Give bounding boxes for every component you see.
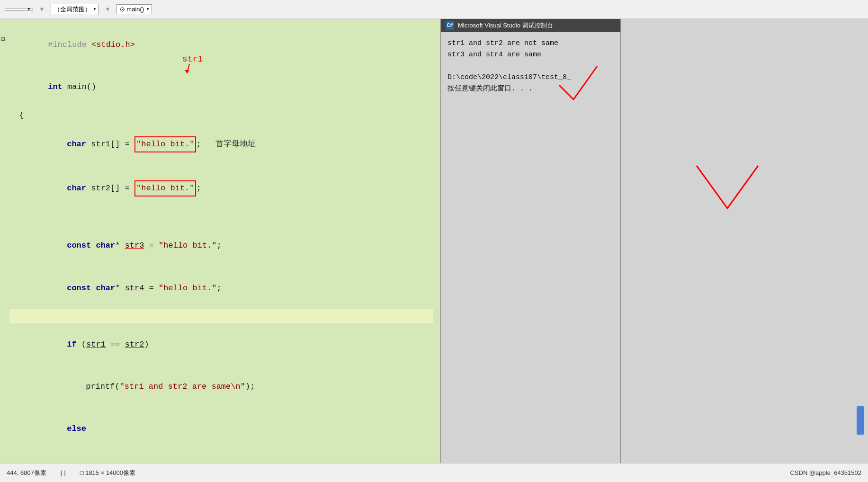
code-line-include: #include <stdio.h> [9,24,433,66]
vs-icon: C# [446,21,454,30]
code-editor[interactable]: ⊟ #include <stdio.h> int main() { char s… [0,19,443,463]
code-line-blank1 [9,211,433,225]
console-line-1: str1 and str2 are not same [447,38,614,49]
console-panel: C# Microsoft Visual Studio 调试控制台 str1 an… [440,19,620,463]
brand-label: CSDN @apple_64351502 [790,469,861,476]
code-line-str1: char str1[] = "hello bit."; 首字母地址 [9,122,433,166]
code-line-str4: const char* str4 = "hello bit."; [9,267,433,309]
brand-text: CSDN @apple_64351502 [790,469,861,476]
code-line-str3: const char* str3 = "hello bit."; [9,225,433,267]
toolbar-separator-2: ▼ [105,6,111,13]
scroll-indicator[interactable] [857,406,864,435]
selection-indicator: [ ] [61,469,66,476]
cursor-position: 444, 6807像素 [7,469,46,477]
scope-dropdown-2[interactable]: （全局范围） [51,4,99,15]
image-dimensions: □ 1815 × 14000像素 [80,469,135,477]
decorative-v-svg [692,152,768,218]
cursor-pos-text: 444, 6807像素 [7,469,46,477]
toolbar-separator: ▼ [39,6,45,13]
code-line-printf1: printf("str1 and str2 are same\n"); [9,366,433,408]
code-line-str2: char str2[] = "hello bit."; [9,167,433,211]
console-titlebar: C# Microsoft Visual Studio 调试控制台 [441,19,620,32]
right-decoration-area [620,19,868,463]
code-line-brace-open: { [9,108,433,123]
selection-icon: [ ] [61,469,66,476]
code-line-if1: if (str1 == str2) [9,323,433,366]
scope-dropdown-1[interactable] [5,8,33,11]
console-title: Microsoft Visual Studio 调试控制台 [458,21,553,30]
collapse-icon[interactable]: ⊟ [1,34,5,45]
console-checkmark-svg [550,57,607,114]
code-line-else1: else [9,408,433,450]
code-line-printf2: printf("str1 and str2 are not same\n"); [9,450,433,464]
toolbar: ▼ （全局范围） ▼ ⊙ main() [0,0,868,19]
code-line-current [9,309,433,323]
statusbar: 444, 6807像素 [ ] □ 1815 × 14000像素 CSDN @a… [0,463,868,482]
code-content: ⊟ #include <stdio.h> int main() { char s… [0,24,443,463]
dimensions-text: □ 1815 × 14000像素 [80,469,135,477]
code-line-main: int main() [9,66,433,108]
scope-dropdown-3[interactable]: ⊙ main() [116,4,152,14]
